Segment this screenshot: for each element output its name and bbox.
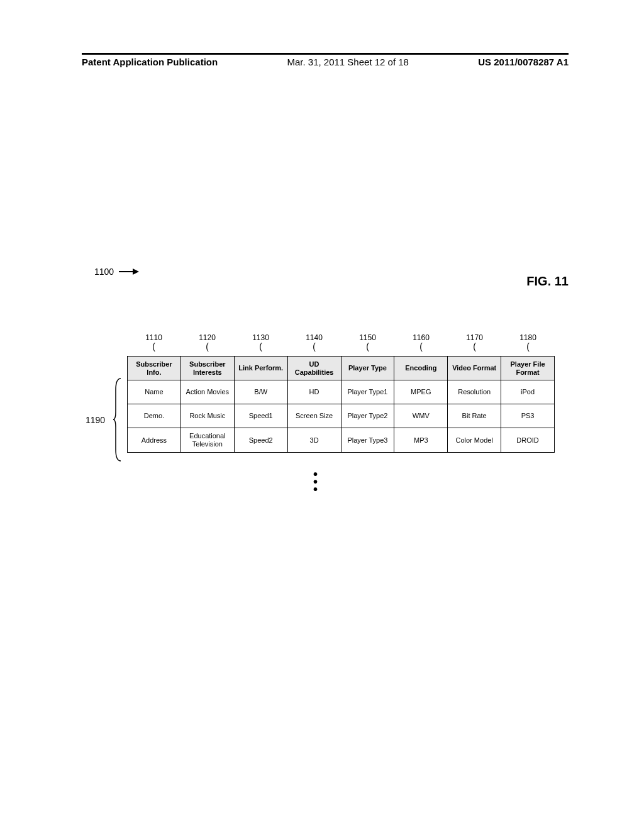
col-header: Link Perform.: [234, 357, 287, 380]
paren-icon: (: [419, 343, 423, 350]
col-ref-1180: 1180(: [501, 333, 555, 356]
paren-icon: (: [259, 343, 262, 350]
cell: WMV: [394, 404, 448, 428]
header-publication: Patent Application Publication: [82, 57, 218, 72]
paren-icon: (: [526, 343, 530, 350]
col-ref-label: 1150: [359, 333, 376, 342]
col-ref-1160: 1160(: [394, 333, 448, 356]
cell: MP3: [394, 428, 448, 452]
cell: Speed2: [234, 428, 287, 452]
table-row: Demo. Rock Music Speed1 Screen Size Play…: [128, 404, 555, 428]
cell: Speed1: [234, 404, 287, 428]
cell: Screen Size: [287, 404, 341, 428]
col-ref-label: 1180: [519, 333, 536, 342]
column-ref-row: 1110( 1120( 1130( 1140( 1150( 1160( 1170…: [127, 333, 555, 356]
col-ref-label: 1130: [252, 333, 269, 342]
cell: Bit Rate: [448, 404, 501, 428]
col-ref-label: 1170: [466, 333, 483, 342]
paren-icon: (: [152, 343, 155, 350]
cell: Rock Music: [180, 404, 234, 428]
cell: HD: [287, 380, 341, 404]
row-group-ref-label: 1190: [86, 415, 105, 425]
cell: 3D: [287, 428, 341, 452]
table-row: Address Educational Television Speed2 3D…: [128, 428, 555, 452]
col-header: Player Type: [341, 357, 394, 380]
col-header: Subscriber Interests: [180, 357, 234, 380]
ellipsis-vertical-icon: •••: [313, 470, 318, 493]
figure-title: FIG. 11: [526, 274, 569, 289]
col-ref-1110: 1110(: [127, 333, 180, 356]
table-row: Name Action Movies B/W HD Player Type1 M…: [128, 380, 555, 404]
data-table: Subscriber Info. Subscriber Interests Li…: [127, 356, 555, 453]
col-ref-label: 1110: [145, 333, 162, 342]
cell: Resolution: [448, 380, 501, 404]
cell: MPEG: [394, 380, 448, 404]
header-pubnumber: US 2011/0078287 A1: [478, 57, 569, 72]
col-ref-1140: 1140(: [287, 333, 341, 356]
cell: Address: [128, 428, 181, 452]
paren-icon: (: [366, 343, 369, 350]
cell: DROID: [501, 428, 555, 452]
figure-ref-label: 1100: [94, 267, 114, 277]
cell: Action Movies: [180, 380, 234, 404]
paren-icon: (: [313, 343, 316, 350]
col-ref-1130: 1130(: [234, 333, 287, 356]
cell: Color Model: [448, 428, 501, 452]
col-ref-1170: 1170(: [448, 333, 501, 356]
patent-page: Patent Application Publication Mar. 31, …: [0, 0, 644, 830]
table-header-row: Subscriber Info. Subscriber Interests Li…: [128, 357, 555, 380]
col-ref-label: 1140: [306, 333, 323, 342]
cell: Educational Television: [180, 428, 234, 452]
paren-icon: (: [206, 343, 209, 350]
cell: B/W: [234, 380, 287, 404]
cell: PS3: [501, 404, 555, 428]
data-table-wrap: 1110( 1120( 1130( 1140( 1150( 1160( 1170…: [127, 333, 555, 453]
cell: Name: [128, 380, 181, 404]
col-header: Subscriber Info.: [128, 357, 181, 380]
paren-icon: (: [473, 343, 476, 350]
cell: Demo.: [128, 404, 181, 428]
col-header: Player File Format: [501, 357, 555, 380]
col-ref-label: 1120: [199, 333, 216, 342]
figure-ref-1100: 1100: [94, 267, 140, 277]
header-rule: [82, 53, 569, 55]
col-header: Video Format: [448, 357, 501, 380]
cell: Player Type2: [341, 404, 394, 428]
cell: iPod: [501, 380, 555, 404]
curly-bracket-icon: [113, 377, 122, 462]
header-sheet: Mar. 31, 2011 Sheet 12 of 18: [287, 57, 408, 72]
col-ref-1150: 1150(: [341, 333, 394, 356]
col-ref-label: 1160: [413, 333, 430, 342]
page-header: Patent Application Publication Mar. 31, …: [82, 57, 569, 72]
cell: Player Type1: [341, 380, 394, 404]
cell: Player Type3: [341, 428, 394, 452]
col-header: UD Capabilities: [287, 357, 341, 380]
col-ref-1120: 1120(: [180, 333, 234, 356]
arrow-icon: [119, 268, 140, 275]
col-header: Encoding: [394, 357, 448, 380]
